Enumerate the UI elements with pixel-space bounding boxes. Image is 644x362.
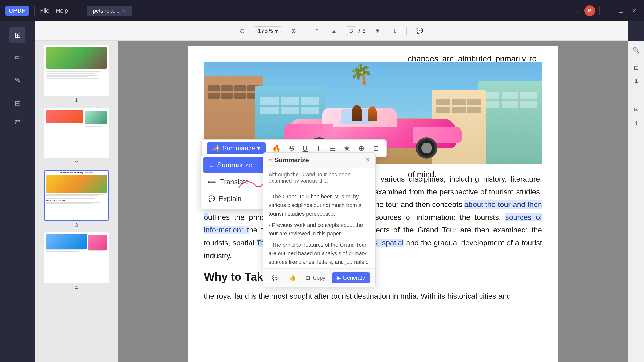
tab-area: pets report ✕ ＋ — [87, 5, 572, 16]
first-page-button[interactable]: ⤒ — [312, 26, 322, 36]
total-pages: 6 — [362, 28, 365, 35]
thumb3-title: A Key Phase in the History of Tourism — [46, 172, 107, 173]
menu-item-summarize[interactable]: ≡ Summarize — [203, 157, 264, 173]
highlight-icon[interactable]: 🔥 — [270, 143, 283, 154]
title-bar: UPDF File Help pets report ✕ ＋ ⌄ B ─ ☐ ✕ — [0, 0, 644, 21]
text-icon[interactable]: T — [314, 143, 323, 154]
thumbnail-3[interactable]: A Key Phase in the History of Tourism Wh… — [39, 170, 114, 228]
thumb2-photo2 — [85, 111, 107, 124]
strikethrough-icon[interactable]: S — [287, 143, 296, 154]
right-sidebar: 🔍 ⊞ ⬇ ↑ ✉ ℹ — [628, 41, 644, 362]
toolbar: ⊖ 178% ▾ ⊕ ⤒ ▲ 3 / 6 ▼ ⤓ 💬 — [35, 21, 628, 41]
generate-icon: ▶ — [337, 275, 341, 281]
sidebar-organize-icon[interactable]: ⊟ — [9, 95, 25, 111]
bookmark-icon[interactable]: ★ — [342, 143, 352, 154]
summary-header-icon: ≡ — [269, 157, 272, 163]
chevron-icon[interactable]: ⌄ — [576, 8, 580, 14]
thumbsup-action-button[interactable]: 👍 — [286, 273, 299, 283]
app-logo: UPDF — [5, 6, 29, 16]
zoom-out-button[interactable]: ⊖ — [237, 26, 247, 36]
menu-help[interactable]: Help — [56, 7, 68, 14]
last-page-button[interactable]: ⤓ — [390, 26, 400, 36]
menu-item-translate[interactable]: ⟺ Translate — [201, 173, 266, 190]
right-export-icon[interactable]: ⬇ — [631, 76, 642, 87]
sidebar-convert-icon[interactable]: ⇄ — [9, 113, 25, 130]
thumb4-photo1 — [46, 234, 87, 249]
summary-body: - The Grand Tour has been studied by var… — [263, 188, 375, 268]
thumbsup-icon: 👍 — [289, 275, 296, 281]
translate-menu-icon: ⟺ — [208, 179, 216, 186]
copy-format-icon[interactable]: ⊡ — [371, 143, 381, 154]
add-icon[interactable]: ⊕ — [356, 143, 367, 154]
thumbnail-2[interactable]: 2 — [39, 108, 114, 166]
right-grid-icon[interactable]: ⊞ — [631, 62, 642, 73]
menu-file[interactable]: File — [40, 7, 49, 14]
summary-close-button[interactable]: ✕ — [365, 157, 370, 164]
building-right — [478, 81, 542, 164]
thumb2-photo1 — [46, 110, 83, 123]
avatar[interactable]: B — [584, 5, 595, 16]
zoom-dropdown-icon[interactable]: ▾ — [275, 28, 278, 35]
sidebar-sep2 — [7, 69, 28, 69]
summarize-menu-label: Summarize — [217, 161, 252, 169]
tab-title: pets report — [93, 8, 119, 14]
right-mail-icon[interactable]: ✉ — [631, 104, 642, 115]
page-separator: / — [358, 28, 360, 35]
divider3 — [599, 6, 600, 15]
minimize-button[interactable]: ─ — [604, 8, 612, 14]
menu-item-explain[interactable]: 💬 Explain — [201, 190, 266, 207]
thumb3-subtitle: Why to Take a Plant Tour — [46, 200, 107, 201]
maximize-button[interactable]: ☐ — [616, 8, 625, 14]
thumbnail-4[interactable]: 4 — [39, 232, 114, 291]
thumbnail-1[interactable]: 1 — [39, 45, 114, 103]
left-sidebar: ⊞ ✏ ✎ ⊟ ⇄ — [0, 21, 35, 362]
sidebar-thumbnail-icon[interactable]: ⊞ — [9, 27, 25, 43]
ai-dropdown-menu: ≡ Summarize ⟺ Translate 💬 Explain — [201, 154, 266, 209]
prev-page-button[interactable]: ▲ — [328, 26, 340, 36]
zoom-in-button[interactable]: ⊕ — [288, 26, 299, 36]
divider — [34, 6, 35, 15]
zoom-level: 178% — [258, 28, 273, 35]
close-button[interactable]: ✕ — [630, 8, 639, 14]
next-page-button[interactable]: ▼ — [372, 26, 383, 36]
comment-button[interactable]: 💬 — [413, 26, 426, 36]
right-search-icon[interactable]: 🔍 — [631, 45, 642, 56]
list-icon[interactable]: ☰ — [327, 143, 337, 154]
sep2 — [406, 27, 407, 35]
sidebar-sep3 — [7, 92, 28, 92]
dropdown-arrow: ▾ — [257, 145, 260, 152]
translate-menu-label: Translate — [220, 178, 249, 186]
thumb-num-1: 1 — [75, 98, 78, 103]
zoom-display[interactable]: 178% ▾ — [254, 26, 282, 36]
copy-button[interactable]: ⊡ Copy — [302, 273, 329, 283]
palm-tree: 🌴 — [349, 65, 373, 84]
generate-button[interactable]: ▶ Generate — [332, 272, 370, 283]
right-share-icon[interactable]: ↑ — [631, 90, 642, 101]
summary-bullet-3: - The principal features of the Grand To… — [269, 241, 370, 268]
summary-bullet-1: - The Grand Tour has been studied by var… — [269, 192, 370, 218]
explain-menu-label: Explain — [219, 195, 241, 203]
underline-icon[interactable]: U — [301, 143, 310, 154]
new-tab-button[interactable]: ＋ — [134, 5, 145, 16]
right-info-icon[interactable]: ℹ — [631, 118, 642, 129]
comment-icon: 💬 — [272, 275, 279, 281]
comment-action-button[interactable]: 💬 — [269, 273, 282, 283]
thumb-num-2: 2 — [75, 160, 78, 166]
body-paragraph-2: the royal land is the most sought after … — [204, 290, 542, 303]
thumbnail-panel: 1 2 A Key Phase in — [35, 41, 118, 362]
sidebar-edit-icon[interactable]: ✎ — [9, 72, 25, 88]
tab-close-button[interactable]: ✕ — [122, 8, 126, 14]
copy-icon: ⊡ — [306, 275, 310, 281]
thumb3-photo — [46, 175, 107, 193]
right-sep1 — [631, 59, 642, 59]
divider2 — [75, 6, 75, 15]
tab-pets-report[interactable]: pets report ✕ — [87, 6, 133, 16]
summarize-label: Summarize — [222, 145, 255, 152]
current-page[interactable]: 3 — [346, 26, 356, 36]
thumb-img-4 — [44, 232, 109, 283]
summarize-button[interactable]: ✨ Summarize ▾ — [207, 142, 266, 154]
thumb4-photo2 — [88, 235, 107, 250]
menu-bar: File Help — [40, 7, 68, 14]
summarize-menu-icon: ≡ — [210, 162, 213, 169]
sidebar-annotate-icon[interactable]: ✏ — [9, 50, 25, 66]
